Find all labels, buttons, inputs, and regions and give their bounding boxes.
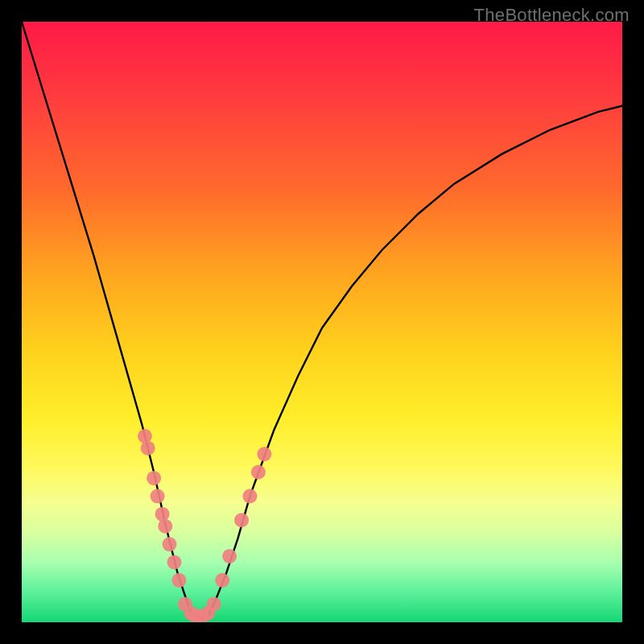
marker-dot (151, 489, 165, 503)
marker-dot (207, 597, 221, 612)
marker-dot (171, 573, 186, 588)
marker-dot (147, 471, 161, 485)
marker-dot (163, 537, 177, 551)
marker-dot (251, 465, 266, 480)
marker-dot (234, 513, 249, 527)
bottleneck-curve (22, 22, 622, 619)
marker-dot (141, 441, 155, 456)
data-markers (138, 429, 271, 622)
marker-dot (242, 489, 257, 503)
marker-dot (222, 549, 237, 564)
marker-dot (167, 555, 181, 569)
marker-dot (257, 447, 271, 461)
chart-frame: TheBottleneck.com (0, 0, 644, 644)
chart-overlay (22, 22, 622, 622)
marker-dot (158, 519, 172, 534)
marker-dot (215, 573, 229, 588)
watermark-text: TheBottleneck.com (474, 5, 630, 26)
plot-area (22, 22, 622, 622)
